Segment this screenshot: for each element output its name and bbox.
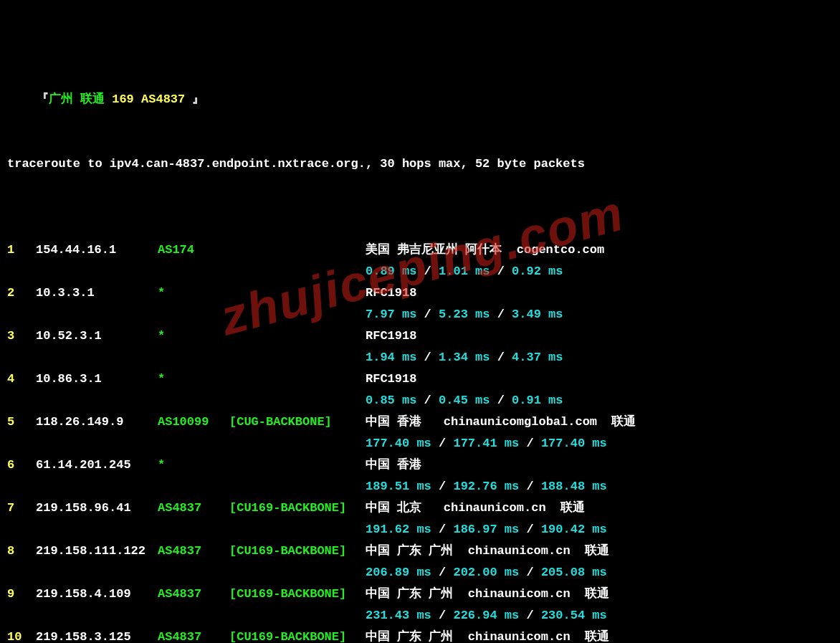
separator: / — [490, 308, 512, 321]
hop-rtt: 188.48 ms — [541, 480, 607, 493]
separator: / — [519, 523, 541, 536]
separator: / — [431, 437, 454, 450]
separator: / — [416, 308, 439, 321]
hop-rtt: 205.08 ms — [541, 566, 607, 579]
hop-list: 1154.44.16.1AS174美国 弗吉尼亚州 阿什本 cogentco.c… — [7, 239, 833, 643]
hop-ip: 219.158.4.109 — [36, 584, 158, 605]
hop-rtt-row: 7.97 ms / 5.23 ms / 3.49 ms — [7, 304, 833, 325]
hop-location: 中国 广东 广州 chinaunicom.cn 联通 — [366, 584, 609, 605]
hop-number: 5 — [7, 411, 36, 433]
separator: / — [416, 351, 439, 364]
separator: / — [519, 566, 541, 579]
hop-asn: * — [158, 282, 229, 304]
hop-row: 9219.158.4.109AS4837[CU169-BACKBONE]中国 广… — [7, 584, 833, 605]
hop-rtt-row: 206.89 ms / 202.00 ms / 205.08 ms — [7, 562, 833, 584]
hop-location: RFC1918 — [366, 368, 416, 390]
hop-rtt: 177.40 ms — [541, 437, 607, 450]
hop-location: RFC1918 — [366, 282, 416, 304]
hop-asn: * — [158, 454, 229, 476]
separator: / — [431, 609, 454, 622]
separator: / — [416, 265, 439, 278]
hop-ip: 10.86.3.1 — [36, 368, 158, 390]
hop-rtt: 230.54 ms — [541, 609, 607, 622]
title-part2: 169 AS4837 — [112, 92, 192, 106]
hop-location: 中国 北京 chinaunicom.cn 联通 — [366, 497, 585, 519]
hop-row: 310.52.3.1*RFC1918 — [7, 325, 833, 347]
terminal-output: 『广州 联通 169 AS4837 』 traceroute to ipv4.c… — [0, 0, 840, 643]
hop-ip: 118.26.149.9 — [36, 411, 158, 433]
hop-location: 中国 香港 chinaunicomglobal.com 联通 — [366, 411, 636, 433]
hop-tag: [CU169-BACKBONE] — [229, 497, 366, 519]
hop-number: 10 — [7, 627, 36, 643]
hop-number: 7 — [7, 497, 36, 519]
hop-number: 9 — [7, 584, 36, 605]
hop-rtt-row: 0.85 ms / 0.45 ms / 0.91 ms — [7, 390, 833, 411]
hop-rtt: 0.92 ms — [512, 265, 563, 278]
hop-rtt-row: 1.94 ms / 1.34 ms / 4.37 ms — [7, 347, 833, 368]
hop-rtt: 0.45 ms — [439, 394, 490, 407]
hop-number: 4 — [7, 368, 36, 390]
hop-rtt: 190.42 ms — [541, 523, 607, 536]
hop-ip: 219.158.3.125 — [36, 627, 158, 643]
hop-rtt-row: 191.62 ms / 186.97 ms / 190.42 ms — [7, 519, 833, 540]
hop-row: 5118.26.149.9AS10099[CUG-BACKBONE]中国 香港 … — [7, 411, 833, 433]
hop-rtt: 3.49 ms — [512, 308, 563, 321]
title-close: 』 — [192, 92, 204, 106]
hop-asn: * — [158, 325, 229, 347]
hop-rtt: 7.97 ms — [366, 308, 416, 321]
hop-ip: 219.158.111.122 — [36, 540, 158, 562]
hop-row: 210.3.3.1*RFC1918 — [7, 282, 833, 304]
hop-asn: AS4837 — [158, 540, 229, 562]
separator: / — [519, 480, 541, 493]
hop-number: 3 — [7, 325, 36, 347]
hop-number: 8 — [7, 540, 36, 562]
hop-rtt: 191.62 ms — [366, 523, 431, 536]
hop-ip: 10.52.3.1 — [36, 325, 158, 347]
hop-asn: AS4837 — [158, 627, 229, 643]
title-open: 『 — [37, 92, 49, 106]
hop-asn: AS4837 — [158, 497, 229, 519]
separator: / — [431, 523, 454, 536]
separator: / — [431, 566, 454, 579]
hop-row: 10219.158.3.125AS4837[CU169-BACKBONE]中国 … — [7, 627, 833, 643]
hop-rtt: 0.89 ms — [366, 265, 416, 278]
hop-ip: 219.158.96.41 — [36, 497, 158, 519]
hop-ip: 154.44.16.1 — [36, 239, 158, 261]
hop-rtt: 226.94 ms — [453, 609, 519, 622]
hop-rtt: 1.34 ms — [439, 351, 490, 364]
hop-number: 6 — [7, 454, 36, 476]
hop-rtt: 1.01 ms — [439, 265, 490, 278]
hop-rtt: 202.00 ms — [453, 566, 519, 579]
hop-rtt: 0.85 ms — [366, 394, 416, 407]
hop-rtt: 177.41 ms — [453, 437, 519, 450]
separator: / — [431, 480, 454, 493]
hop-location: 中国 香港 — [366, 454, 421, 476]
hop-ip: 61.14.201.245 — [36, 454, 158, 476]
hop-number: 1 — [7, 239, 36, 261]
hop-rtt-row: 231.43 ms / 226.94 ms / 230.54 ms — [7, 605, 833, 627]
hop-asn: AS174 — [158, 239, 229, 261]
hop-row: 1154.44.16.1AS174美国 弗吉尼亚州 阿什本 cogentco.c… — [7, 239, 833, 261]
hop-number: 2 — [7, 282, 36, 304]
hop-ip: 10.3.3.1 — [36, 282, 158, 304]
hop-row: 8219.158.111.122AS4837[CU169-BACKBONE]中国… — [7, 540, 833, 562]
separator: / — [519, 609, 541, 622]
hop-row: 661.14.201.245*中国 香港 — [7, 454, 833, 476]
hop-tag: [CUG-BACKBONE] — [229, 411, 366, 433]
hop-rtt: 189.51 ms — [366, 480, 431, 493]
hop-rtt: 0.91 ms — [512, 394, 563, 407]
hop-rtt: 5.23 ms — [439, 308, 490, 321]
hop-rtt-row: 0.89 ms / 1.01 ms / 0.92 ms — [7, 261, 833, 282]
hop-tag: [CU169-BACKBONE] — [229, 627, 366, 643]
hop-rtt: 231.43 ms — [366, 609, 431, 622]
hop-tag: [CU169-BACKBONE] — [229, 540, 366, 562]
title-part1: 广州 联通 — [49, 92, 112, 106]
hop-asn: AS4837 — [158, 584, 229, 605]
hop-rtt: 4.37 ms — [512, 351, 563, 364]
hop-location: 中国 广东 广州 chinaunicom.cn 联通 — [366, 627, 609, 643]
separator: / — [490, 265, 512, 278]
hop-location: 美国 弗吉尼亚州 阿什本 cogentco.com — [366, 239, 604, 261]
trace-intro: traceroute to ipv4.can-4837.endpoint.nxt… — [7, 153, 833, 175]
hop-asn: AS10099 — [158, 411, 229, 433]
hop-rtt: 192.76 ms — [453, 480, 519, 493]
